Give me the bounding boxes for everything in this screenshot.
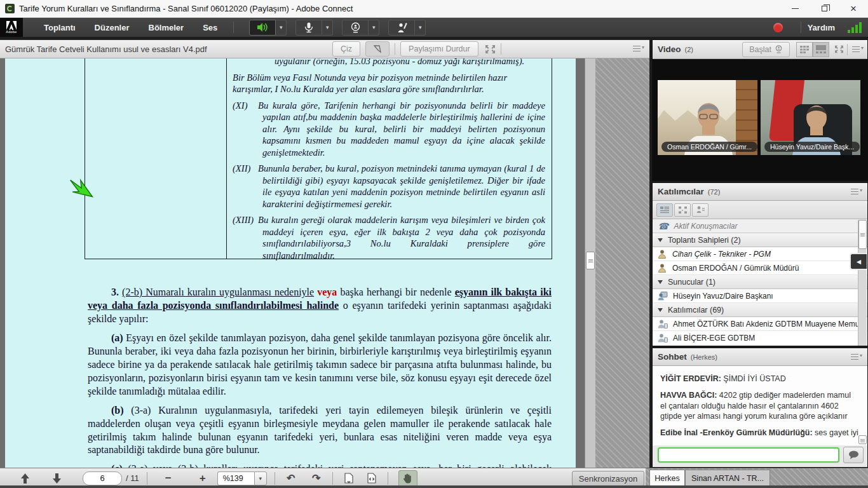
participants-pod-title: Katılımcılar [658, 187, 704, 196]
zoom-in-icon[interactable]: + [194, 471, 211, 486]
grid-view-icon[interactable] [796, 42, 813, 57]
share-pod-menu-icon[interactable] [632, 44, 644, 54]
close-icon[interactable] [839, 0, 868, 18]
participant-row[interactable]: Hüseyin Yavuz/Daire Başkanı [653, 289, 867, 303]
webcam-icon[interactable] [342, 20, 369, 36]
page-count-label: / 11 [126, 473, 139, 483]
participants-pod: Katılımcılar (72) ☎ Aktif Konuşmacılar T… [652, 182, 868, 346]
fullscreen-icon[interactable] [485, 44, 496, 54]
video-fullscreen-icon[interactable] [834, 45, 844, 53]
rotate-right-icon[interactable]: ↷ [308, 471, 325, 486]
video-view-toggle [796, 42, 829, 57]
chat-scope: (Herkes) [691, 353, 717, 361]
raise-hand-dropdown-icon[interactable] [415, 20, 426, 36]
chat-pod-menu-icon[interactable] [850, 352, 862, 362]
collapse-triangle-icon[interactable] [658, 308, 663, 312]
collapse-triangle-icon[interactable] [658, 238, 663, 242]
breakout-view-icon[interactable] [674, 203, 691, 217]
group-hosts[interactable]: Toplantı Sahipleri (2) [653, 233, 867, 247]
participant-row[interactable]: Osman ERDOĞAN / Gümrük Müdürü [653, 261, 867, 275]
speaker-dropdown-icon[interactable] [276, 20, 287, 36]
presenter-icon [658, 292, 668, 301]
table-item: Bir Bölüm veya Fasıl Notunda veya bir po… [233, 72, 545, 95]
menu-item-duzenler[interactable]: Düzenler [85, 18, 139, 37]
table-item: uygulanır (örneğin, 15.03 pozisyonu - do… [233, 58, 545, 67]
speaker-control [249, 20, 287, 36]
share-pod: Gümrük Tarife Cetveli Kullanımı usul ve … [0, 39, 649, 468]
bottom-bar: 6 / 11 − + %139 ↶ ↷ Senkronizasyon [0, 468, 868, 488]
chat-tab-private[interactable]: Sinan ARTAN - TR... [685, 470, 770, 486]
webcam-dropdown-icon[interactable] [369, 20, 379, 36]
signal-strength-icon[interactable] [848, 22, 862, 33]
fit-page-icon[interactable] [341, 471, 357, 486]
adobe-logo-icon[interactable]: Adobe [0, 18, 23, 37]
fit-width-icon[interactable] [363, 471, 380, 486]
speaker-icon[interactable] [249, 20, 276, 36]
webcam-feed-osman[interactable]: Osman ERDOĞAN / Gümr... [658, 80, 757, 155]
microphone-icon[interactable] [295, 20, 322, 36]
paragraph-c: (c) (3-a) veya (3-b) kuralları uyarınca … [88, 463, 552, 468]
collapse-triangle-icon[interactable] [658, 280, 663, 284]
menu-item-toplanti[interactable]: Toplantı [34, 18, 85, 37]
participants-pod-menu-icon[interactable] [850, 187, 862, 197]
pan-tool-button[interactable] [398, 470, 417, 487]
pointer-tool-button[interactable] [365, 41, 390, 57]
shared-document-title: Gümrük Tarife Cetveli Kullanımı usul ve … [5, 44, 207, 54]
zoom-dropdown-icon[interactable] [254, 471, 267, 485]
document-paragraphs: 3. (2-b) Numaralı kuralın uygulanması ne… [88, 286, 552, 468]
start-webcam-button[interactable]: Başlat [742, 42, 790, 57]
list-view-icon[interactable] [656, 203, 673, 217]
stop-sharing-button[interactable]: Paylaşımı Durdur [400, 41, 478, 57]
page-number-input[interactable]: 6 [83, 471, 122, 485]
chat-pod: Sohbet (Herkes) YİĞİT ERDEVİR: ŞİMDİ İYİ… [652, 348, 868, 468]
host-icon [658, 250, 667, 259]
microphone-dropdown-icon[interactable] [322, 20, 333, 36]
raise-hand-control [388, 20, 426, 36]
collapse-sidebar-icon[interactable] [850, 253, 867, 270]
participants-scrollbar-thumb[interactable] [858, 220, 867, 249]
video-name-label: Hüseyin Yavuz/Daire Başk... [764, 142, 860, 152]
participant-row[interactable]: Ali BİÇER-EGE GDTBM [653, 331, 867, 345]
help-menu[interactable]: Yardım [808, 23, 835, 32]
table-item: (XII)Bununla beraber, bu kural, pozisyon… [233, 163, 545, 210]
chat-messages[interactable]: YİĞİT ERDEVİR: ŞİMDİ İYİ ÜSTAD HAVVA BAĞ… [653, 366, 867, 445]
window-title: Tarife Yorum Kuralları ve Sınıflandırma … [19, 4, 353, 13]
zoom-level-value[interactable]: %139 [217, 471, 254, 485]
next-page-icon[interactable] [48, 471, 65, 486]
participant-row[interactable]: Cihan Çelik - Tekniker - PGM [653, 247, 867, 261]
chat-tab-everyone[interactable]: Herkes [649, 470, 685, 486]
table-item: (XI)Bu kurala göre, Tarifenin herhangi b… [233, 100, 545, 159]
video-pod-menu-icon[interactable] [851, 44, 864, 55]
window-controls [780, 0, 868, 18]
participants-count: (72) [708, 188, 721, 196]
menu-item-bolmeler[interactable]: Bölmeler [139, 18, 194, 37]
filmstrip-view-icon[interactable] [813, 42, 829, 57]
webcam-control [342, 20, 379, 36]
participants-scrollbar[interactable] [858, 220, 867, 346]
rotate-left-icon[interactable]: ↶ [283, 471, 299, 486]
draw-button[interactable]: Çiz [332, 41, 360, 57]
status-view-icon[interactable] [692, 203, 709, 217]
group-participants[interactable]: Katılımcılar (69) [653, 303, 867, 317]
webcam-feed-huseyin[interactable]: Hüseyin Yavuz/Daire Başk... [761, 80, 860, 155]
document-scrollbar[interactable] [585, 58, 595, 468]
minimize-icon[interactable] [780, 0, 810, 18]
pointer-annotation [67, 178, 95, 200]
menu-item-ses[interactable]: Ses [193, 18, 227, 37]
send-chat-icon[interactable] [843, 447, 864, 463]
chat-pod-header: Sohbet (Herkes) [653, 348, 867, 366]
paragraph-a: (a) Eşyayı en özel şekilde tanımlayan po… [88, 332, 552, 398]
window-titlebar: Tarife Yorum Kuralları ve Sınıflandırma … [0, 0, 868, 18]
record-indicator[interactable] [773, 23, 783, 32]
sync-button[interactable]: Senkronizasyon [572, 471, 644, 486]
document-scrollbar-thumb[interactable] [586, 252, 595, 269]
chat-scrollbar-thumb[interactable] [858, 435, 867, 444]
pdf-page[interactable]: uygulanır (örneğin, 15.03 pozisyonu - do… [5, 58, 576, 468]
zoom-out-icon[interactable]: − [160, 471, 177, 486]
restore-icon[interactable] [810, 0, 839, 18]
participant-row[interactable]: Ahmet ÖZTÜRK Batı Akdeniz GDTBM Muayene … [653, 317, 867, 331]
chat-input[interactable] [658, 447, 839, 463]
raise-hand-icon[interactable] [388, 20, 415, 36]
group-presenters[interactable]: Sunucular (1) [653, 275, 867, 289]
previous-page-icon[interactable] [17, 471, 33, 486]
